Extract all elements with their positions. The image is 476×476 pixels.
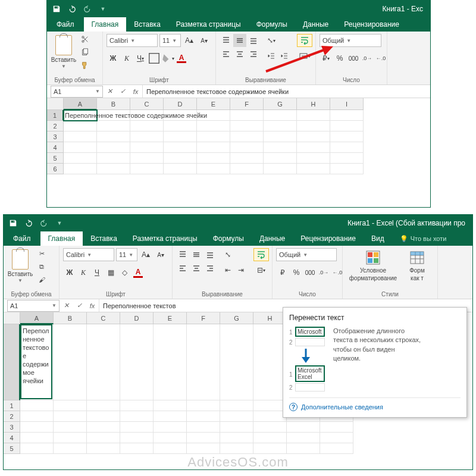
tab-view[interactable]: Вид <box>364 231 392 246</box>
row-header[interactable]: 2 <box>4 411 20 422</box>
cell[interactable] <box>87 443 120 454</box>
row-header[interactable]: 2 <box>47 121 64 131</box>
cell[interactable] <box>264 121 297 131</box>
align-bottom-icon[interactable] <box>203 248 217 261</box>
cell[interactable] <box>130 153 164 164</box>
cell-a1-wrapped[interactable]: Переполненноетекстовоесодержимоеячейки <box>20 324 52 399</box>
comma-icon[interactable]: 000 <box>303 266 317 279</box>
cancel-icon[interactable]: ✕ <box>60 302 73 309</box>
cell[interactable] <box>130 142 164 153</box>
tell-me-input[interactable]: 💡Что вы хоти <box>392 231 455 246</box>
tab-layout[interactable]: Разметка страницы <box>168 17 249 32</box>
cell[interactable] <box>330 142 364 153</box>
cell[interactable] <box>230 164 264 174</box>
cell[interactable] <box>54 443 87 454</box>
cell[interactable] <box>97 164 130 174</box>
tab-review[interactable]: Рецензирование <box>293 231 364 246</box>
col-header[interactable]: H <box>297 98 330 110</box>
cell[interactable] <box>220 433 253 443</box>
cell[interactable] <box>264 164 297 174</box>
formula-input[interactable]: Переполненное текстовое содержимое ячейк… <box>142 85 430 98</box>
cell[interactable] <box>187 422 220 433</box>
italic-button[interactable]: К <box>120 52 133 65</box>
increase-font-icon[interactable]: A▴ <box>183 34 196 47</box>
cell[interactable] <box>54 400 87 411</box>
cell[interactable] <box>97 142 130 153</box>
copy-icon[interactable]: ⧉ <box>36 261 48 272</box>
cell[interactable] <box>130 131 164 142</box>
cell[interactable] <box>187 411 220 422</box>
cell[interactable] <box>54 422 87 433</box>
row-header[interactable]: 6 <box>47 164 64 174</box>
select-all-corner[interactable] <box>4 312 20 324</box>
enter-icon[interactable]: ✓ <box>73 302 86 309</box>
cell[interactable] <box>187 433 220 443</box>
align-center-icon[interactable] <box>233 48 246 61</box>
col-header[interactable]: H <box>253 312 287 324</box>
cell[interactable] <box>230 121 264 131</box>
col-header[interactable]: F <box>187 312 220 324</box>
col-header[interactable]: C <box>87 312 120 324</box>
cell[interactable] <box>164 164 197 174</box>
undo-icon[interactable] <box>65 2 79 15</box>
select-all-corner[interactable] <box>47 98 64 110</box>
cell[interactable] <box>164 121 197 131</box>
redo-icon[interactable] <box>80 2 95 15</box>
font-color-icon[interactable]: A <box>131 266 145 279</box>
cell[interactable] <box>253 400 287 411</box>
bold-button[interactable]: Ж <box>107 52 120 65</box>
cell[interactable] <box>264 153 297 164</box>
copy-icon[interactable] <box>79 47 91 58</box>
cell[interactable] <box>120 411 154 422</box>
number-format-dropdown[interactable]: Общий▼ <box>276 248 337 261</box>
cell[interactable] <box>230 142 264 153</box>
cancel-icon[interactable]: ✕ <box>103 87 116 95</box>
tab-file[interactable]: Файл <box>4 231 40 246</box>
currency-icon[interactable]: ₽ <box>276 266 289 279</box>
cell[interactable] <box>330 110 364 121</box>
tab-file[interactable]: Файл <box>47 17 84 32</box>
row-header[interactable]: 3 <box>4 422 20 433</box>
cell[interactable] <box>154 400 187 411</box>
border-icon[interactable]: ▦ <box>104 266 117 279</box>
save-icon[interactable] <box>49 2 64 15</box>
cell[interactable] <box>54 411 87 422</box>
percent-icon[interactable]: % <box>333 52 346 65</box>
underline-button[interactable]: Ч <box>90 266 104 279</box>
cut-icon[interactable] <box>79 34 91 45</box>
cell[interactable] <box>120 400 154 411</box>
col-header[interactable]: G <box>220 312 253 324</box>
fill-color-icon[interactable]: ◇ <box>118 266 131 279</box>
cell[interactable] <box>330 164 364 174</box>
cell[interactable] <box>297 121 330 131</box>
cell[interactable]: Переполненное текстовое содержимое ячейк… <box>64 110 97 121</box>
cell[interactable] <box>297 142 330 153</box>
undo-icon[interactable] <box>21 217 36 230</box>
font-size-dropdown[interactable]: 11▼ <box>116 248 137 261</box>
cell[interactable] <box>54 433 87 443</box>
row-header[interactable]: 3 <box>47 131 64 142</box>
tab-home[interactable]: Главная <box>84 17 127 32</box>
wrap-text-button[interactable] <box>253 248 269 261</box>
cell[interactable] <box>164 142 197 153</box>
font-color-icon[interactable]: A <box>175 52 188 65</box>
cell[interactable] <box>320 422 353 433</box>
cell[interactable] <box>154 443 187 454</box>
cell[interactable] <box>297 164 330 174</box>
col-header[interactable]: D <box>120 312 154 324</box>
save-icon[interactable] <box>6 217 20 230</box>
cell[interactable] <box>154 433 187 443</box>
align-middle-icon[interactable] <box>233 34 246 47</box>
cell[interactable] <box>320 443 353 454</box>
tab-formulas[interactable]: Формулы <box>249 17 295 32</box>
decrease-decimal-icon[interactable]: ←.0 <box>331 266 344 279</box>
cell[interactable] <box>87 411 120 422</box>
font-name-dropdown[interactable]: Calibri▼ <box>107 34 158 47</box>
paste-button[interactable]: Вставить ▼ <box>51 34 77 73</box>
comma-icon[interactable]: 000 <box>347 52 360 65</box>
cell[interactable] <box>97 121 130 131</box>
cell[interactable] <box>230 110 264 121</box>
align-middle-icon[interactable] <box>190 248 203 261</box>
tab-insert[interactable]: Вставка <box>126 17 168 32</box>
italic-button[interactable]: К <box>77 266 90 279</box>
